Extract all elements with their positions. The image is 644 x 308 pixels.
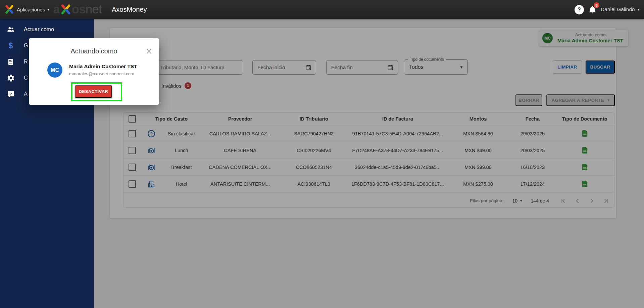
report-document-icon <box>6 57 15 66</box>
chevron-down-icon: ▾ <box>47 8 49 11</box>
sidebar-item-label: A <box>24 91 28 97</box>
dollar-icon: $ <box>6 41 15 50</box>
avatar: MC <box>47 62 62 78</box>
svg-text:?: ? <box>9 92 12 96</box>
applications-menu-label: Aplicaciones <box>17 7 45 12</box>
modal-user-email: mmorales@axosnet-connect.com <box>69 71 134 76</box>
sidebar-item-actuar-como[interactable]: Actuar como <box>0 21 94 38</box>
wordmark-x-pinwheel-icon <box>60 4 71 15</box>
user-name: Daniel Galindo <box>601 6 635 12</box>
people-icon <box>6 25 15 34</box>
sidebar-item-label: R <box>24 59 28 65</box>
sidebar-item-label: C <box>24 75 28 81</box>
topbar: Aplicaciones ▾ a os net AxosMoney ? 8 <box>0 0 644 19</box>
sidebar-item-label: G <box>24 43 28 49</box>
axosnet-pinwheel-logo <box>4 4 14 14</box>
wordmark-net: net <box>86 2 102 16</box>
wordmark-a: a <box>53 2 60 16</box>
sidebar-item-label: Actuar como <box>24 27 54 33</box>
deactivate-button[interactable]: DESACTIVAR <box>75 85 112 98</box>
help-icon[interactable]: ? <box>575 5 584 14</box>
notifications-count-badge: 8 <box>594 2 599 8</box>
chevron-down-icon: ▾ <box>638 8 640 11</box>
modal-user-name: Maria Admin Customer TST <box>69 63 137 70</box>
app-title: AxosMoney <box>112 0 147 19</box>
axosnet-wordmark: a os net <box>53 2 102 17</box>
help-bubble-icon: ? <box>6 90 15 98</box>
modal-title: Actuando como <box>29 47 159 55</box>
user-menu[interactable]: Daniel Galindo ▾ <box>601 0 639 19</box>
wordmark-os: os <box>72 2 86 16</box>
close-icon[interactable] <box>145 48 153 55</box>
acting-as-modal: Actuando como MC Maria Admin Customer TS… <box>29 38 159 105</box>
gear-icon <box>6 74 15 82</box>
app-window: Aplicaciones ▾ a os net AxosMoney ? 8 <box>0 0 644 308</box>
applications-menu[interactable]: Aplicaciones ▾ <box>17 0 49 19</box>
help-glyph: ? <box>578 7 581 13</box>
modal-backdrop[interactable] <box>94 19 644 308</box>
